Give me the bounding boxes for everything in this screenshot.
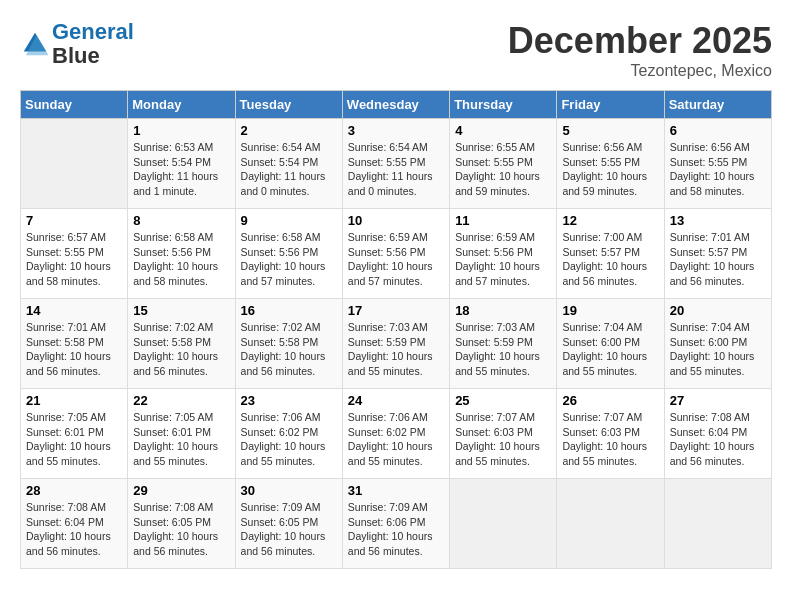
day-info: Sunrise: 7:05 AM Sunset: 6:01 PM Dayligh… bbox=[133, 410, 229, 469]
day-cell: 31Sunrise: 7:09 AM Sunset: 6:06 PM Dayli… bbox=[342, 479, 449, 569]
header-saturday: Saturday bbox=[664, 91, 771, 119]
day-number: 17 bbox=[348, 303, 444, 318]
day-info: Sunrise: 6:59 AM Sunset: 5:56 PM Dayligh… bbox=[455, 230, 551, 289]
day-cell: 11Sunrise: 6:59 AM Sunset: 5:56 PM Dayli… bbox=[450, 209, 557, 299]
day-info: Sunrise: 7:03 AM Sunset: 5:59 PM Dayligh… bbox=[455, 320, 551, 379]
day-cell: 13Sunrise: 7:01 AM Sunset: 5:57 PM Dayli… bbox=[664, 209, 771, 299]
day-number: 8 bbox=[133, 213, 229, 228]
day-info: Sunrise: 7:07 AM Sunset: 6:03 PM Dayligh… bbox=[562, 410, 658, 469]
header-thursday: Thursday bbox=[450, 91, 557, 119]
day-info: Sunrise: 7:05 AM Sunset: 6:01 PM Dayligh… bbox=[26, 410, 122, 469]
day-cell: 26Sunrise: 7:07 AM Sunset: 6:03 PM Dayli… bbox=[557, 389, 664, 479]
day-cell: 24Sunrise: 7:06 AM Sunset: 6:02 PM Dayli… bbox=[342, 389, 449, 479]
day-cell: 23Sunrise: 7:06 AM Sunset: 6:02 PM Dayli… bbox=[235, 389, 342, 479]
day-number: 12 bbox=[562, 213, 658, 228]
day-info: Sunrise: 7:08 AM Sunset: 6:04 PM Dayligh… bbox=[670, 410, 766, 469]
logo-icon bbox=[20, 29, 50, 59]
day-info: Sunrise: 7:08 AM Sunset: 6:05 PM Dayligh… bbox=[133, 500, 229, 559]
day-number: 25 bbox=[455, 393, 551, 408]
day-cell: 17Sunrise: 7:03 AM Sunset: 5:59 PM Dayli… bbox=[342, 299, 449, 389]
day-cell: 12Sunrise: 7:00 AM Sunset: 5:57 PM Dayli… bbox=[557, 209, 664, 299]
day-info: Sunrise: 6:58 AM Sunset: 5:56 PM Dayligh… bbox=[241, 230, 337, 289]
day-number: 3 bbox=[348, 123, 444, 138]
day-number: 4 bbox=[455, 123, 551, 138]
day-number: 21 bbox=[26, 393, 122, 408]
day-info: Sunrise: 7:09 AM Sunset: 6:06 PM Dayligh… bbox=[348, 500, 444, 559]
week-row-1: 1Sunrise: 6:53 AM Sunset: 5:54 PM Daylig… bbox=[21, 119, 772, 209]
day-cell: 25Sunrise: 7:07 AM Sunset: 6:03 PM Dayli… bbox=[450, 389, 557, 479]
day-cell: 2Sunrise: 6:54 AM Sunset: 5:54 PM Daylig… bbox=[235, 119, 342, 209]
day-number: 28 bbox=[26, 483, 122, 498]
day-info: Sunrise: 6:55 AM Sunset: 5:55 PM Dayligh… bbox=[455, 140, 551, 199]
day-number: 29 bbox=[133, 483, 229, 498]
month-title: December 2025 bbox=[508, 20, 772, 62]
day-cell: 20Sunrise: 7:04 AM Sunset: 6:00 PM Dayli… bbox=[664, 299, 771, 389]
day-info: Sunrise: 6:58 AM Sunset: 5:56 PM Dayligh… bbox=[133, 230, 229, 289]
day-info: Sunrise: 7:02 AM Sunset: 5:58 PM Dayligh… bbox=[133, 320, 229, 379]
day-cell bbox=[664, 479, 771, 569]
logo-text: General Blue bbox=[52, 20, 134, 68]
day-cell: 4Sunrise: 6:55 AM Sunset: 5:55 PM Daylig… bbox=[450, 119, 557, 209]
day-info: Sunrise: 7:09 AM Sunset: 6:05 PM Dayligh… bbox=[241, 500, 337, 559]
week-row-5: 28Sunrise: 7:08 AM Sunset: 6:04 PM Dayli… bbox=[21, 479, 772, 569]
day-info: Sunrise: 6:57 AM Sunset: 5:55 PM Dayligh… bbox=[26, 230, 122, 289]
day-number: 2 bbox=[241, 123, 337, 138]
day-info: Sunrise: 7:06 AM Sunset: 6:02 PM Dayligh… bbox=[348, 410, 444, 469]
day-number: 6 bbox=[670, 123, 766, 138]
day-cell: 18Sunrise: 7:03 AM Sunset: 5:59 PM Dayli… bbox=[450, 299, 557, 389]
day-cell: 5Sunrise: 6:56 AM Sunset: 5:55 PM Daylig… bbox=[557, 119, 664, 209]
day-cell: 19Sunrise: 7:04 AM Sunset: 6:00 PM Dayli… bbox=[557, 299, 664, 389]
day-number: 30 bbox=[241, 483, 337, 498]
week-row-2: 7Sunrise: 6:57 AM Sunset: 5:55 PM Daylig… bbox=[21, 209, 772, 299]
day-info: Sunrise: 7:06 AM Sunset: 6:02 PM Dayligh… bbox=[241, 410, 337, 469]
day-cell: 21Sunrise: 7:05 AM Sunset: 6:01 PM Dayli… bbox=[21, 389, 128, 479]
day-number: 18 bbox=[455, 303, 551, 318]
day-number: 11 bbox=[455, 213, 551, 228]
day-info: Sunrise: 7:01 AM Sunset: 5:57 PM Dayligh… bbox=[670, 230, 766, 289]
location: Tezontepec, Mexico bbox=[508, 62, 772, 80]
day-cell: 22Sunrise: 7:05 AM Sunset: 6:01 PM Dayli… bbox=[128, 389, 235, 479]
day-info: Sunrise: 7:01 AM Sunset: 5:58 PM Dayligh… bbox=[26, 320, 122, 379]
day-number: 22 bbox=[133, 393, 229, 408]
day-number: 5 bbox=[562, 123, 658, 138]
page-header: General Blue December 2025 Tezontepec, M… bbox=[20, 20, 772, 80]
day-cell: 16Sunrise: 7:02 AM Sunset: 5:58 PM Dayli… bbox=[235, 299, 342, 389]
week-row-3: 14Sunrise: 7:01 AM Sunset: 5:58 PM Dayli… bbox=[21, 299, 772, 389]
day-number: 15 bbox=[133, 303, 229, 318]
day-number: 16 bbox=[241, 303, 337, 318]
day-number: 13 bbox=[670, 213, 766, 228]
day-info: Sunrise: 7:02 AM Sunset: 5:58 PM Dayligh… bbox=[241, 320, 337, 379]
calendar-header-row: SundayMondayTuesdayWednesdayThursdayFrid… bbox=[21, 91, 772, 119]
day-cell: 6Sunrise: 6:56 AM Sunset: 5:55 PM Daylig… bbox=[664, 119, 771, 209]
day-cell bbox=[557, 479, 664, 569]
calendar-table: SundayMondayTuesdayWednesdayThursdayFrid… bbox=[20, 90, 772, 569]
day-cell: 14Sunrise: 7:01 AM Sunset: 5:58 PM Dayli… bbox=[21, 299, 128, 389]
day-number: 14 bbox=[26, 303, 122, 318]
day-cell: 27Sunrise: 7:08 AM Sunset: 6:04 PM Dayli… bbox=[664, 389, 771, 479]
day-cell: 15Sunrise: 7:02 AM Sunset: 5:58 PM Dayli… bbox=[128, 299, 235, 389]
day-cell: 1Sunrise: 6:53 AM Sunset: 5:54 PM Daylig… bbox=[128, 119, 235, 209]
day-number: 27 bbox=[670, 393, 766, 408]
day-number: 19 bbox=[562, 303, 658, 318]
day-info: Sunrise: 7:08 AM Sunset: 6:04 PM Dayligh… bbox=[26, 500, 122, 559]
day-number: 9 bbox=[241, 213, 337, 228]
header-tuesday: Tuesday bbox=[235, 91, 342, 119]
day-info: Sunrise: 7:00 AM Sunset: 5:57 PM Dayligh… bbox=[562, 230, 658, 289]
day-cell: 9Sunrise: 6:58 AM Sunset: 5:56 PM Daylig… bbox=[235, 209, 342, 299]
day-info: Sunrise: 6:53 AM Sunset: 5:54 PM Dayligh… bbox=[133, 140, 229, 199]
day-info: Sunrise: 7:03 AM Sunset: 5:59 PM Dayligh… bbox=[348, 320, 444, 379]
day-info: Sunrise: 7:04 AM Sunset: 6:00 PM Dayligh… bbox=[562, 320, 658, 379]
day-number: 7 bbox=[26, 213, 122, 228]
day-info: Sunrise: 7:07 AM Sunset: 6:03 PM Dayligh… bbox=[455, 410, 551, 469]
day-info: Sunrise: 6:56 AM Sunset: 5:55 PM Dayligh… bbox=[670, 140, 766, 199]
day-info: Sunrise: 6:54 AM Sunset: 5:55 PM Dayligh… bbox=[348, 140, 444, 199]
week-row-4: 21Sunrise: 7:05 AM Sunset: 6:01 PM Dayli… bbox=[21, 389, 772, 479]
title-block: December 2025 Tezontepec, Mexico bbox=[508, 20, 772, 80]
day-number: 10 bbox=[348, 213, 444, 228]
header-wednesday: Wednesday bbox=[342, 91, 449, 119]
day-cell: 10Sunrise: 6:59 AM Sunset: 5:56 PM Dayli… bbox=[342, 209, 449, 299]
logo: General Blue bbox=[20, 20, 134, 68]
day-number: 31 bbox=[348, 483, 444, 498]
day-number: 23 bbox=[241, 393, 337, 408]
day-cell: 30Sunrise: 7:09 AM Sunset: 6:05 PM Dayli… bbox=[235, 479, 342, 569]
